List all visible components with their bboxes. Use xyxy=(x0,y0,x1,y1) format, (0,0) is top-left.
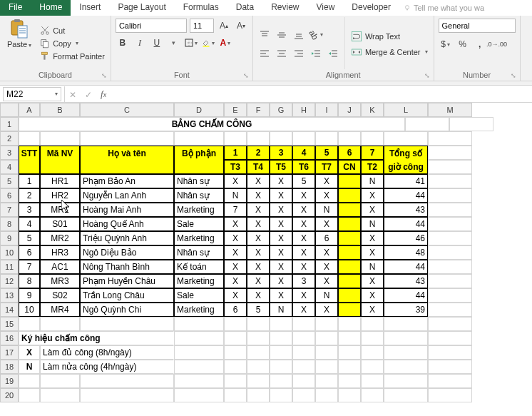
cell[interactable] xyxy=(270,331,292,345)
col-header[interactable]: J xyxy=(338,103,361,117)
cell[interactable]: X xyxy=(224,231,247,245)
hdr-d3[interactable]: 3 xyxy=(270,146,292,160)
cell[interactable]: Nông Thanh Bình xyxy=(80,260,174,274)
cell[interactable]: MR4 xyxy=(40,303,80,317)
cell[interactable]: 10 xyxy=(19,303,40,317)
cell[interactable]: Nhân sự xyxy=(174,188,224,203)
hdr-d5[interactable]: 5 xyxy=(315,146,338,160)
cell[interactable] xyxy=(338,260,361,274)
cell[interactable] xyxy=(384,131,428,146)
cell[interactable] xyxy=(40,374,80,388)
cell[interactable] xyxy=(174,317,224,331)
row-header[interactable]: 1 xyxy=(0,117,19,131)
row-header[interactable]: 6 xyxy=(0,188,19,203)
cell[interactable] xyxy=(428,217,472,231)
number-launcher[interactable]: ⤡ xyxy=(510,72,517,79)
cell[interactable] xyxy=(19,317,40,331)
cell[interactable]: X xyxy=(292,245,315,260)
cell[interactable] xyxy=(361,360,384,374)
cell[interactable]: X xyxy=(247,288,270,303)
legend-n-txt[interactable]: Làm nửa công (4h/ngày) xyxy=(40,360,174,374)
cell[interactable] xyxy=(338,331,361,345)
row-header[interactable]: 13 xyxy=(0,288,19,303)
increase-decimal-button[interactable]: .0→.00 xyxy=(490,37,504,51)
cell[interactable]: X xyxy=(270,174,292,188)
cell[interactable]: X xyxy=(361,188,384,203)
col-header[interactable]: B xyxy=(40,103,80,117)
cell[interactable]: X xyxy=(315,274,338,288)
increase-indent-button[interactable] xyxy=(326,46,340,61)
cell[interactable]: 44 xyxy=(384,260,428,274)
cell[interactable]: 3 xyxy=(292,274,315,288)
cell[interactable]: X xyxy=(361,303,384,317)
cell[interactable] xyxy=(338,174,361,188)
cell[interactable] xyxy=(174,374,224,388)
cell[interactable]: X xyxy=(315,174,338,188)
row-header[interactable]: 12 xyxy=(0,274,19,288)
fx-icon[interactable]: fx xyxy=(96,88,111,100)
cell[interactable]: 43 xyxy=(384,203,428,217)
cell[interactable] xyxy=(361,374,384,388)
legend-title[interactable]: Ký hiệu chấm công xyxy=(19,331,174,345)
cell[interactable] xyxy=(292,360,315,374)
cancel-formula-button[interactable]: ✕ xyxy=(65,88,81,100)
wrap-text-button[interactable]: Wrap Text xyxy=(349,30,429,43)
paste-button[interactable]: Paste xyxy=(4,17,34,69)
cell[interactable] xyxy=(292,388,315,402)
cell[interactable]: X xyxy=(292,188,315,203)
cell[interactable]: 41 xyxy=(384,174,428,188)
row-header[interactable]: 5 xyxy=(0,174,19,188)
hdr-t7[interactable]: T2 xyxy=(361,160,384,174)
cell[interactable]: X xyxy=(270,288,292,303)
cell[interactable]: X xyxy=(361,231,384,245)
cell[interactable]: X xyxy=(247,174,270,188)
row-header[interactable]: 3 xyxy=(0,146,19,160)
cell[interactable] xyxy=(292,331,315,345)
cell[interactable] xyxy=(338,360,361,374)
cell[interactable]: X xyxy=(315,217,338,231)
cell[interactable]: 6 xyxy=(224,303,247,317)
tab-view[interactable]: View xyxy=(308,0,344,16)
cell[interactable]: S01 xyxy=(40,217,80,231)
italic-button[interactable]: I xyxy=(133,36,147,50)
col-header[interactable]: C xyxy=(80,103,174,117)
cell[interactable] xyxy=(428,303,472,317)
cell[interactable] xyxy=(428,188,472,203)
cell[interactable] xyxy=(315,388,338,402)
row-header[interactable]: 14 xyxy=(0,303,19,317)
hdr-t5[interactable]: T7 xyxy=(315,160,338,174)
hdr-d1[interactable]: 1 xyxy=(224,146,247,160)
cell[interactable] xyxy=(428,317,472,331)
cell[interactable] xyxy=(338,288,361,303)
cell[interactable] xyxy=(247,331,270,345)
cell[interactable]: X xyxy=(315,303,338,317)
cell[interactable] xyxy=(405,117,449,131)
cell[interactable]: X xyxy=(361,245,384,260)
cell[interactable]: Marketing xyxy=(174,303,224,317)
cell[interactable] xyxy=(270,360,292,374)
align-bottom-button[interactable] xyxy=(292,28,306,42)
hdr-t6[interactable]: CN xyxy=(338,160,361,174)
cell[interactable]: X xyxy=(270,203,292,217)
cell[interactable] xyxy=(338,303,361,317)
cell[interactable]: N xyxy=(270,303,292,317)
cut-button[interactable]: Cut xyxy=(39,25,106,36)
cell[interactable]: X xyxy=(292,303,315,317)
cell[interactable]: 5 xyxy=(247,303,270,317)
cell[interactable] xyxy=(224,374,247,388)
cell[interactable] xyxy=(315,331,338,345)
cell[interactable] xyxy=(19,131,40,146)
cell[interactable] xyxy=(270,317,292,331)
col-header[interactable]: A xyxy=(19,103,40,117)
cell[interactable] xyxy=(19,388,40,402)
font-launcher[interactable]: ⤡ xyxy=(242,72,250,79)
cell[interactable]: 48 xyxy=(384,245,428,260)
cell[interactable] xyxy=(247,345,270,360)
cell[interactable] xyxy=(224,388,247,402)
border-button[interactable] xyxy=(184,36,198,50)
currency-button[interactable]: $ xyxy=(439,37,453,51)
cell[interactable] xyxy=(224,345,247,360)
enter-formula-button[interactable]: ✓ xyxy=(81,88,96,100)
cell[interactable] xyxy=(292,131,315,146)
tab-developer[interactable]: Developer xyxy=(343,0,399,16)
